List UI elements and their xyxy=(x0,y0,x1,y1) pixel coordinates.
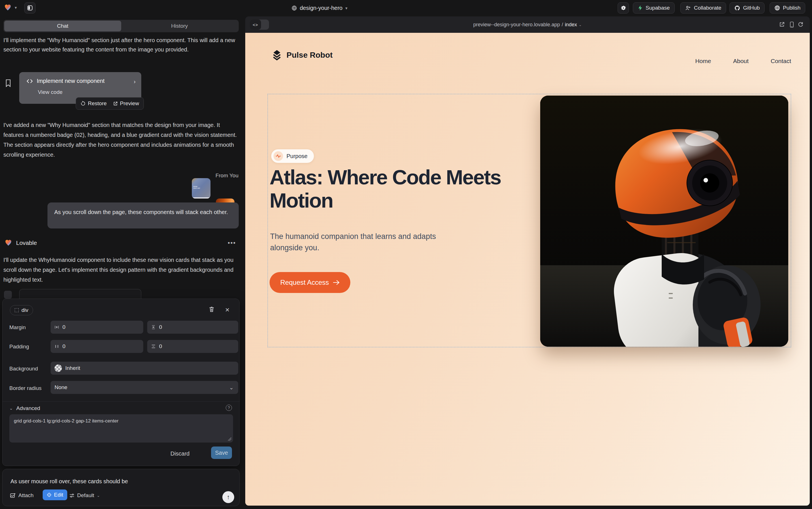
heart-icon xyxy=(4,4,11,11)
padding-vertical-icon xyxy=(151,344,156,349)
preview-url-breadcrumb[interactable]: preview--design-your-hero.lovable.app / … xyxy=(245,16,810,33)
mobile-view-button[interactable] xyxy=(790,22,794,29)
chevron-down-icon[interactable]: ▾ xyxy=(15,5,17,10)
margin-label: Margin xyxy=(9,324,26,331)
chat-history-tabs: Chat History xyxy=(3,20,239,32)
component-card-title: Implement new component xyxy=(37,78,105,84)
chat-composer: As user mouse roll over, these cards sho… xyxy=(2,469,239,506)
close-panel-button[interactable]: ✕ xyxy=(225,307,230,313)
nav-contact[interactable]: Contact xyxy=(771,58,791,65)
preview-toolbar: <> preview--design-your-hero.lovable.app… xyxy=(245,16,810,33)
nav-home[interactable]: Home xyxy=(695,58,711,65)
margin-vertical-icon xyxy=(151,325,156,330)
attach-label: Attach xyxy=(19,492,34,499)
send-button[interactable]: ↑ xyxy=(222,491,234,503)
delete-element-button[interactable] xyxy=(209,306,215,314)
brand-name: Pulse Robot xyxy=(287,50,333,60)
panel-icon xyxy=(27,5,33,11)
from-you-label: From You xyxy=(216,172,238,179)
preview-url-separator: / xyxy=(562,22,563,28)
settings-button[interactable] xyxy=(618,2,629,13)
selected-element-tag: div xyxy=(22,307,28,313)
edit-mode-button[interactable]: Edit xyxy=(43,489,67,500)
discard-button[interactable]: Discard xyxy=(170,450,190,457)
github-label: GitHub xyxy=(743,5,760,11)
model-selector[interactable]: Default ⌄ xyxy=(69,492,100,499)
bookmark-icon[interactable] xyxy=(5,79,11,88)
padding-x-input[interactable]: 0 xyxy=(50,340,143,353)
advanced-label: Advanced xyxy=(16,405,40,411)
target-icon xyxy=(47,492,52,498)
collaborate-label: Collaborate xyxy=(694,5,721,11)
border-radius-select[interactable]: None ⌄ xyxy=(50,381,238,394)
padding-x-value: 0 xyxy=(63,343,66,349)
cta-label: Request Access xyxy=(280,278,329,286)
github-button[interactable]: GitHub xyxy=(730,2,765,13)
chevron-down-icon: ⌄ xyxy=(579,23,582,27)
project-switcher[interactable]: design-your-hero ▾ xyxy=(292,5,347,11)
assistant-message-2: I've added a new "Why Humanoid" section … xyxy=(3,120,240,160)
bookmark-chip xyxy=(4,291,12,299)
sidebar-toggle-button[interactable] xyxy=(24,2,36,13)
message-menu-button[interactable]: ••• xyxy=(228,239,236,246)
advanced-section-toggle[interactable]: ⌄ Advanced xyxy=(9,405,40,411)
publish-button[interactable]: Publish xyxy=(770,2,805,13)
edit-label: Edit xyxy=(54,492,63,498)
save-button[interactable]: Save xyxy=(211,446,232,459)
composer-input[interactable]: As user mouse roll over, these cards sho… xyxy=(10,478,128,485)
transparency-swatch-icon xyxy=(54,365,62,372)
margin-x-input[interactable]: 0 xyxy=(50,321,143,334)
chevron-down-icon: ⌄ xyxy=(229,384,234,391)
hero-robot-image xyxy=(540,96,788,347)
help-icon[interactable]: ? xyxy=(226,405,232,411)
view-code-link[interactable]: View code xyxy=(38,89,63,95)
panel-divider xyxy=(3,401,240,402)
preview-pane: <> preview--design-your-hero.lovable.app… xyxy=(245,16,810,506)
padding-horizontal-icon xyxy=(54,344,59,349)
background-label: Background xyxy=(9,366,38,372)
nav-about[interactable]: About xyxy=(733,58,749,65)
dashed-selection-icon xyxy=(15,308,19,312)
margin-horizontal-icon xyxy=(54,325,59,330)
padding-y-input[interactable]: 0 xyxy=(147,340,238,353)
assistant-message-3: I'll update the WhyHumanoid component to… xyxy=(3,255,240,285)
trash-icon xyxy=(209,306,215,312)
layers-icon xyxy=(272,50,282,61)
site-nav: Home About Contact xyxy=(695,58,791,65)
chevron-right-icon: › xyxy=(134,78,136,85)
pulse-icon xyxy=(273,151,283,161)
badge-label: Purpose xyxy=(287,153,308,160)
chevron-down-icon: ⌄ xyxy=(97,493,100,498)
supabase-button[interactable]: Supabase xyxy=(633,2,675,13)
restore-button[interactable]: Restore xyxy=(80,100,107,107)
mode-label: Default xyxy=(77,492,94,499)
hero-subheadline: The humanoid companion that learns and a… xyxy=(270,231,445,253)
chevron-down-icon: ▾ xyxy=(345,6,347,11)
assistant-message-1: I'll implement the "Why Humanoid" sectio… xyxy=(3,36,239,54)
margin-y-input[interactable]: 0 xyxy=(147,321,238,334)
margin-x-value: 0 xyxy=(63,324,66,330)
attach-button[interactable]: Attach xyxy=(10,492,34,499)
purpose-badge: Purpose xyxy=(271,149,314,163)
github-icon xyxy=(734,5,740,11)
top-bar: ▾ design-your-hero ▾ Supab xyxy=(0,0,812,16)
open-in-new-tab-button[interactable] xyxy=(779,22,785,29)
restore-icon xyxy=(80,101,86,106)
selected-element-chip[interactable]: div xyxy=(10,305,33,315)
site-brand[interactable]: Pulse Robot xyxy=(272,50,333,61)
tab-chat[interactable]: Chat xyxy=(4,21,121,31)
background-input[interactable]: Inherit xyxy=(50,362,238,375)
refresh-button[interactable] xyxy=(798,22,804,28)
resize-handle[interactable] xyxy=(228,437,231,441)
request-access-button[interactable]: Request Access xyxy=(269,272,350,293)
collaborate-button[interactable]: Collaborate xyxy=(680,2,726,13)
padding-label: Padding xyxy=(9,344,29,350)
margin-y-value: 0 xyxy=(159,324,162,330)
lovable-heart-icon xyxy=(4,239,12,246)
tailwind-classes-textarea[interactable]: grid grid-cols-1 lg:grid-cols-2 gap-12 i… xyxy=(9,414,233,443)
people-plus-icon xyxy=(685,5,691,11)
tab-history[interactable]: History xyxy=(121,21,238,31)
attachment-thumbnail-blue[interactable]: designvision card xyxy=(192,178,211,199)
lovable-logo-icon[interactable] xyxy=(4,4,11,12)
preview-button[interactable]: Preview xyxy=(113,100,139,107)
